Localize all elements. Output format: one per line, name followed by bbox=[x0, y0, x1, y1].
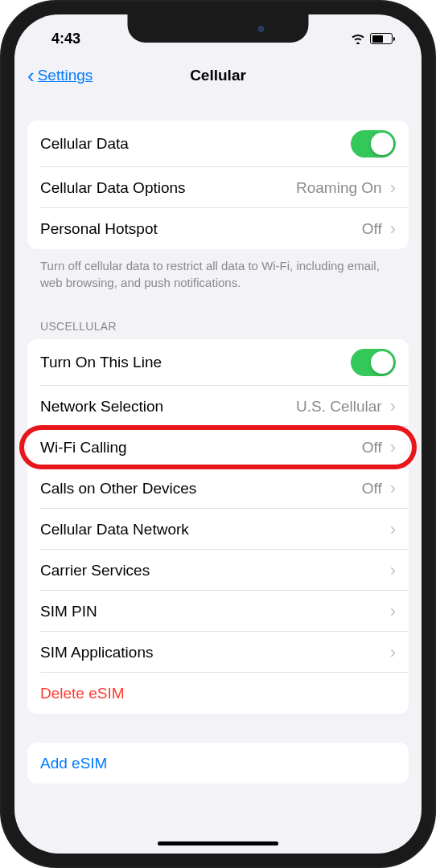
row-label: Wi-Fi Calling bbox=[40, 439, 362, 457]
row-sim-pin[interactable]: SIM PIN › bbox=[27, 591, 409, 632]
back-chevron-icon: ‹ bbox=[27, 65, 35, 86]
row-label: Cellular Data Network bbox=[40, 521, 390, 538]
row-value: Off bbox=[362, 439, 382, 457]
row-network-selection[interactable]: Network Selection U.S. Cellular › bbox=[27, 386, 409, 427]
row-add-esim[interactable]: Add eSIM bbox=[27, 743, 409, 784]
content-area[interactable]: Cellular Data Cellular Data Options Roam… bbox=[14, 96, 422, 847]
row-value: Roaming On bbox=[296, 179, 382, 197]
row-wifi-calling[interactable]: Wi-Fi Calling Off › bbox=[27, 427, 409, 468]
battery-level bbox=[372, 35, 384, 43]
row-label: Network Selection bbox=[40, 398, 296, 416]
list-cellular: Cellular Data Cellular Data Options Roam… bbox=[27, 121, 409, 249]
toggle-turn-on-line[interactable] bbox=[351, 349, 396, 376]
row-label: Cellular Data Options bbox=[40, 179, 296, 197]
row-label: Add eSIM bbox=[40, 755, 396, 772]
status-indicators bbox=[351, 33, 393, 44]
back-button[interactable]: ‹ Settings bbox=[27, 65, 93, 86]
row-label: Carrier Services bbox=[40, 562, 390, 579]
row-value: Off bbox=[362, 480, 382, 497]
section-footer: Turn off cellular data to restrict all d… bbox=[27, 249, 409, 291]
row-label: Calls on Other Devices bbox=[40, 480, 362, 497]
section-cellular: Cellular Data Cellular Data Options Roam… bbox=[27, 121, 409, 291]
row-label: Turn On This Line bbox=[40, 354, 351, 371]
battery-icon bbox=[370, 33, 393, 44]
notch bbox=[128, 14, 309, 43]
row-sim-applications[interactable]: SIM Applications › bbox=[27, 632, 409, 673]
chevron-right-icon: › bbox=[390, 560, 396, 581]
section-add-esim: Add eSIM bbox=[27, 743, 409, 784]
nav-bar: ‹ Settings Cellular bbox=[14, 55, 422, 96]
row-value: Off bbox=[362, 220, 382, 238]
row-cellular-data-network[interactable]: Cellular Data Network › bbox=[27, 509, 409, 550]
row-label: Delete eSIM bbox=[40, 685, 396, 702]
home-indicator[interactable] bbox=[158, 841, 278, 845]
row-label: Cellular Data bbox=[40, 135, 351, 153]
row-label: SIM Applications bbox=[40, 644, 390, 661]
row-calls-other-devices[interactable]: Calls on Other Devices Off › bbox=[27, 468, 409, 509]
toggle-cellular-data[interactable] bbox=[351, 130, 396, 158]
page-title: Cellular bbox=[190, 67, 246, 84]
wifi-icon bbox=[351, 33, 365, 44]
list-carrier: Turn On This Line Network Selection U.S.… bbox=[27, 339, 409, 714]
row-carrier-services[interactable]: Carrier Services › bbox=[27, 550, 409, 591]
section-header: USCELLULAR bbox=[27, 320, 409, 339]
section-carrier: USCELLULAR Turn On This Line Network Sel… bbox=[27, 320, 409, 714]
screen: 4:43 ‹ Settings Cellular bbox=[14, 14, 422, 854]
chevron-right-icon: › bbox=[390, 519, 396, 540]
row-turn-on-line[interactable]: Turn On This Line bbox=[27, 339, 409, 386]
back-label: Settings bbox=[38, 67, 93, 84]
chevron-right-icon: › bbox=[390, 178, 396, 199]
phone-frame: 4:43 ‹ Settings Cellular bbox=[0, 0, 436, 868]
chevron-right-icon: › bbox=[390, 642, 396, 663]
row-label: Personal Hotspot bbox=[40, 220, 362, 238]
row-value: U.S. Cellular bbox=[296, 398, 382, 416]
status-time: 4:43 bbox=[51, 31, 80, 47]
row-cellular-data-options[interactable]: Cellular Data Options Roaming On › bbox=[27, 167, 409, 208]
row-personal-hotspot[interactable]: Personal Hotspot Off › bbox=[27, 208, 409, 249]
chevron-right-icon: › bbox=[390, 478, 396, 499]
chevron-right-icon: › bbox=[390, 396, 396, 417]
chevron-right-icon: › bbox=[390, 601, 396, 622]
list-add-esim: Add eSIM bbox=[27, 743, 409, 784]
chevron-right-icon: › bbox=[390, 219, 396, 240]
chevron-right-icon: › bbox=[390, 437, 396, 458]
row-delete-esim[interactable]: Delete eSIM bbox=[27, 673, 409, 714]
row-cellular-data[interactable]: Cellular Data bbox=[27, 121, 409, 167]
row-label: SIM PIN bbox=[40, 603, 390, 620]
